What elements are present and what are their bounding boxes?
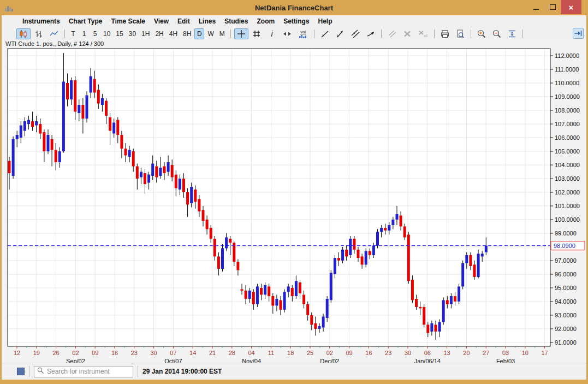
toolbar-timescale-4h[interactable]: 4H — [167, 28, 180, 39]
svg-text:23: 23 — [385, 350, 391, 356]
svg-text:92.0000: 92.0000 — [555, 326, 577, 332]
toolbar-timescale-2h[interactable]: 2H — [153, 28, 165, 39]
toolbar-print[interactable] — [438, 28, 452, 39]
svg-text:102.0000: 102.0000 — [555, 189, 580, 196]
svg-text:17: 17 — [541, 350, 548, 356]
svg-text:110.0000: 110.0000 — [555, 80, 579, 86]
toolbar-scroll-horizontal[interactable] — [280, 28, 294, 39]
toolbar-timescale-monthly[interactable]: M — [217, 28, 227, 39]
toolbar-timescale-8h[interactable]: 8H — [181, 28, 193, 39]
toolbar-timescale-5m[interactable]: 5 — [90, 28, 100, 39]
toolbar-separator — [230, 29, 231, 38]
tool-bar: T151015301H2H4H8HDWMivolall — [2, 27, 586, 40]
toolbar-timescale-daily[interactable]: D — [194, 28, 204, 39]
maximize-icon — [550, 4, 556, 10]
svg-text:105.0000: 105.0000 — [555, 148, 580, 155]
maximize-button[interactable] — [544, 0, 561, 14]
toolbar-delete-line[interactable] — [400, 28, 414, 39]
toolbar-draw-arrow[interactable] — [364, 28, 378, 39]
search-instrument-box[interactable] — [34, 366, 133, 377]
svg-text:18: 18 — [287, 350, 294, 356]
svg-text:26: 26 — [52, 350, 59, 356]
search-input[interactable] — [47, 368, 132, 375]
svg-text:04: 04 — [248, 350, 254, 356]
statusbar-separator — [138, 366, 138, 377]
menu-time-scale[interactable]: Time Scale — [106, 16, 149, 26]
toolbar-trendline[interactable] — [318, 28, 332, 39]
toolbar-grid[interactable] — [250, 28, 264, 39]
svg-text:107.0000: 107.0000 — [555, 121, 580, 127]
menu-studies[interactable]: Studies — [220, 16, 252, 26]
window-content: InstrumentsChart TypeTime ScaleViewEditL… — [2, 15, 586, 380]
close-button[interactable]: × — [561, 0, 581, 14]
svg-text:20: 20 — [463, 350, 470, 356]
menu-settings[interactable]: Settings — [279, 16, 313, 26]
svg-text:11: 11 — [268, 350, 274, 356]
svg-text:111.0000: 111.0000 — [555, 66, 579, 73]
toolbar-separator — [64, 29, 65, 38]
svg-text:i: i — [271, 29, 273, 38]
svg-text:06: 06 — [424, 350, 431, 356]
menu-edit[interactable]: Edit — [173, 16, 194, 26]
svg-text:Feb/03: Feb/03 — [496, 358, 515, 363]
toolbar-line-chart[interactable] — [47, 28, 61, 39]
title-bar[interactable]: NetDania FinanceChart × — [0, 0, 588, 15]
svg-text:02: 02 — [326, 350, 333, 356]
connection-status-icon — [17, 368, 25, 375]
svg-text:101.0000: 101.0000 — [555, 203, 580, 209]
toolbar-crosshair[interactable] — [234, 28, 248, 39]
svg-text:Nov/04: Nov/04 — [242, 358, 261, 363]
toolbar-ohlc-bars[interactable] — [32, 28, 46, 39]
svg-text:99.0000: 99.0000 — [555, 230, 577, 237]
toolbar-fit-vertical[interactable] — [505, 28, 519, 39]
minimize-button[interactable] — [528, 0, 544, 14]
menu-view[interactable]: View — [150, 16, 173, 26]
menu-chart-type[interactable]: Chart Type — [64, 16, 107, 26]
svg-text:98.0900: 98.0900 — [554, 243, 575, 249]
svg-text:97.0000: 97.0000 — [555, 257, 577, 264]
menu-lines[interactable]: Lines — [194, 16, 220, 26]
toolbar-timescale-1m[interactable]: 1 — [79, 28, 89, 39]
toolbar-volume[interactable]: vol — [295, 28, 311, 39]
chart-timestamp: 29 Jan 2014 19:00:00 EST — [142, 368, 222, 375]
svg-text:93.0000: 93.0000 — [555, 312, 577, 318]
toolbar-timescale-10m[interactable]: 10 — [101, 28, 112, 39]
svg-text:13: 13 — [443, 350, 450, 356]
toolbar-timescale-1h[interactable]: 1H — [139, 28, 152, 39]
svg-text:108.0000: 108.0000 — [555, 107, 580, 114]
toolbar-delete-all-lines[interactable]: all — [415, 28, 431, 39]
toolbar-separator — [381, 29, 382, 38]
statusbar-separator — [29, 366, 29, 377]
toolbar-separator — [434, 29, 435, 38]
toolbar-candlestick-chart[interactable] — [16, 28, 31, 39]
toolbar-timescale-15m[interactable]: 15 — [114, 28, 125, 39]
svg-text:106.0000: 106.0000 — [555, 134, 580, 141]
svg-text:10: 10 — [522, 350, 528, 356]
toolbar-parallel-lines[interactable] — [348, 28, 363, 39]
toolbar-separator — [471, 29, 471, 38]
toolbar-zoom-in[interactable] — [474, 28, 489, 39]
toolbar-timescale-weekly[interactable]: W — [205, 28, 216, 39]
toolbar-timescale-30m[interactable]: 30 — [127, 28, 138, 39]
toolbar-parallel-lines-disabled[interactable] — [385, 28, 399, 39]
toolbar-print-preview[interactable] — [453, 28, 467, 39]
svg-text:12: 12 — [14, 350, 20, 356]
menu-instruments[interactable]: Instruments — [18, 16, 64, 26]
svg-text:vol: vol — [300, 29, 306, 34]
toolbar-trendline-angle[interactable] — [333, 28, 347, 39]
svg-text:30: 30 — [405, 350, 411, 356]
search-icon — [37, 367, 45, 377]
svg-text:23: 23 — [131, 350, 138, 356]
toolbar-info[interactable]: i — [265, 28, 279, 39]
svg-text:09: 09 — [346, 350, 352, 356]
menu-help[interactable]: Help — [313, 16, 336, 26]
candlestick-chart-canvas[interactable]: 112.0000111.0000110.0000109.0000108.0000… — [2, 48, 586, 363]
svg-text:104.0000: 104.0000 — [555, 162, 580, 168]
svg-text:100.0000: 100.0000 — [555, 216, 580, 223]
toolbar-timescale-tick[interactable]: T — [68, 28, 78, 39]
menu-zoom[interactable]: Zoom — [252, 16, 279, 26]
toolbar-zoom-out[interactable] — [490, 28, 504, 39]
toolbar-collapse-pin-button[interactable] — [573, 28, 584, 39]
svg-text:03: 03 — [502, 350, 509, 356]
svg-text:14: 14 — [189, 350, 196, 356]
